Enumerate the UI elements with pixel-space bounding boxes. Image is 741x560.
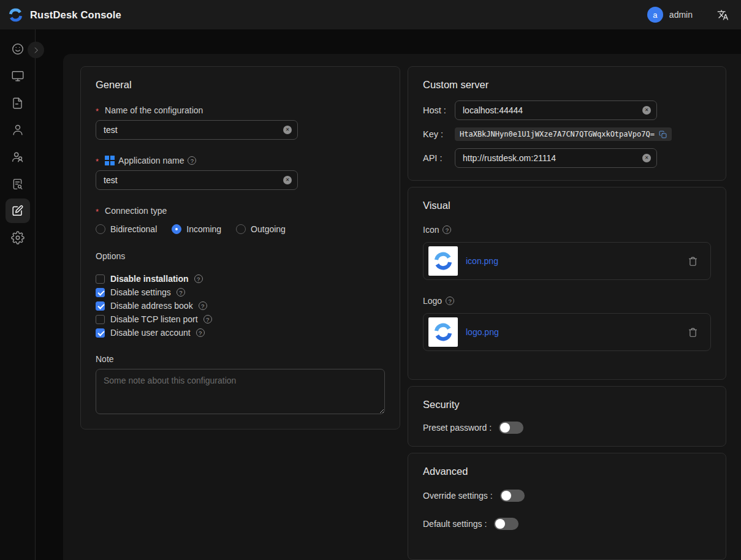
application-name-input[interactable] <box>104 175 279 185</box>
sidebar-collapse-button[interactable] <box>28 42 44 58</box>
checkbox-icon[interactable] <box>96 274 105 284</box>
app-title: RustDesk Console <box>30 9 121 21</box>
help-icon[interactable] <box>203 315 212 324</box>
devices-icon <box>11 69 25 83</box>
checkbox-disable-installation[interactable]: Disable installation <box>96 272 385 286</box>
radio-outgoing[interactable]: Outgoing <box>236 224 286 234</box>
general-card: General Name of the configuration Applic… <box>80 66 400 429</box>
checkbox-disable-user-account[interactable]: Disable user account <box>96 326 385 339</box>
checkbox-disable-settings[interactable]: Disable settings <box>96 286 385 299</box>
main-content: General Name of the configuration Applic… <box>63 54 741 560</box>
preset-password-label: Preset password : <box>423 423 492 433</box>
application-name-field <box>96 170 298 190</box>
host-input[interactable] <box>463 105 638 115</box>
host-field <box>455 100 657 120</box>
key-label: Key : <box>423 129 455 139</box>
checkbox-icon[interactable] <box>96 315 105 324</box>
help-icon[interactable] <box>199 301 207 310</box>
sidebar-item-devices[interactable] <box>6 64 30 88</box>
api-field <box>455 148 657 168</box>
security-title: Security <box>423 399 711 411</box>
checkbox-icon[interactable] <box>96 328 105 338</box>
general-title: General <box>96 79 385 91</box>
radio-icon[interactable] <box>172 224 181 234</box>
sidebar-item-custom-clients[interactable] <box>6 199 30 223</box>
custom-server-title: Custom server <box>423 79 711 91</box>
clear-icon[interactable] <box>642 106 651 115</box>
connection-type-label: Connection type <box>96 206 385 216</box>
override-settings-label: Override settings : <box>423 491 493 501</box>
radio-bidirectional[interactable]: Bidirectional <box>96 224 157 234</box>
user-icon <box>11 123 25 137</box>
api-row: API : <box>423 148 711 168</box>
smiley-icon <box>11 42 25 56</box>
checkbox-disable-address-book[interactable]: Disable address book <box>96 299 385 312</box>
default-settings-label: Default settings : <box>423 519 487 529</box>
visual-card: Visual Icon icon.png <box>408 187 726 380</box>
help-icon[interactable] <box>443 225 451 234</box>
logo-label: Logo <box>423 296 711 306</box>
users-icon <box>11 150 25 164</box>
options-group: Disable installation Disable settings Di… <box>96 272 385 339</box>
checkbox-icon[interactable] <box>96 288 105 297</box>
logo-file-link[interactable]: logo.png <box>466 327 499 337</box>
radio-incoming[interactable]: Incoming <box>172 224 221 234</box>
configuration-name-input[interactable] <box>104 125 279 135</box>
help-icon[interactable] <box>196 328 205 337</box>
key-value-chip: HtaXBkJNHyn0e1U1jWXze7A7CN7QTGWqxkOtpaVp… <box>455 127 672 141</box>
document-icon <box>11 97 24 110</box>
radio-icon[interactable] <box>96 224 105 234</box>
help-icon[interactable] <box>188 156 196 165</box>
preset-password-toggle[interactable] <box>499 422 523 434</box>
default-settings-row: Default settings : <box>423 518 711 530</box>
checkbox-disable-tcp-listen-port[interactable]: Disable TCP listen port <box>96 312 385 326</box>
api-input[interactable] <box>463 153 638 163</box>
override-settings-toggle[interactable] <box>500 490 525 502</box>
help-icon[interactable] <box>446 297 454 305</box>
icon-label: Icon <box>423 225 711 235</box>
configuration-name-field <box>96 120 298 140</box>
note-textarea[interactable] <box>96 369 385 414</box>
sidebar-item-documents[interactable] <box>6 91 30 115</box>
help-icon[interactable] <box>177 288 185 297</box>
name-of-configuration-label: Name of the configuration <box>96 105 385 115</box>
logo-file-row: logo.png <box>423 313 711 351</box>
rustdesk-logo-icon <box>7 7 24 23</box>
shell: General Name of the configuration Applic… <box>0 29 741 560</box>
key-value: HtaXBkJNHyn0e1U1jWXze7A7CN7QTGWqxkOtpaVp… <box>460 130 655 138</box>
edit-custom-client-icon <box>11 204 25 218</box>
trash-icon[interactable] <box>688 327 698 338</box>
topbar: RustDesk Console a admin <box>0 0 741 29</box>
username[interactable]: admin <box>669 10 693 20</box>
connection-type-group: Bidirectional Incoming Outgoing <box>96 224 385 234</box>
visual-title: Visual <box>423 200 711 211</box>
api-label: API : <box>423 153 455 163</box>
chevron-right-icon <box>32 46 40 55</box>
copy-icon[interactable] <box>659 131 667 138</box>
help-icon[interactable] <box>194 274 203 283</box>
advanced-title: Advanced <box>423 466 711 477</box>
sidebar-item-audit[interactable] <box>6 172 30 196</box>
override-settings-row: Override settings : <box>423 490 711 502</box>
trash-icon[interactable] <box>688 256 698 267</box>
checkbox-icon[interactable] <box>96 301 105 311</box>
brand: RustDesk Console <box>7 7 121 23</box>
note-label: Note <box>96 354 385 364</box>
logo-file-thumbnail <box>428 317 458 347</box>
sidebar-item-dashboard[interactable] <box>6 37 30 61</box>
clear-icon[interactable] <box>283 126 292 134</box>
sidebar-item-groups[interactable] <box>6 145 30 169</box>
clear-icon[interactable] <box>283 176 292 184</box>
sidebar <box>0 29 36 560</box>
icon-file-link[interactable]: icon.png <box>466 256 498 266</box>
sidebar-item-users[interactable] <box>6 118 30 142</box>
clear-icon[interactable] <box>642 154 651 162</box>
radio-icon[interactable] <box>236 224 246 234</box>
icon-file-thumbnail <box>428 246 458 276</box>
sidebar-item-settings[interactable] <box>6 225 30 250</box>
default-settings-toggle[interactable] <box>494 518 519 530</box>
host-row: Host : <box>423 100 711 120</box>
custom-server-card: Custom server Host : Key : HtaXBkJNHyn0e… <box>408 66 726 181</box>
translate-icon[interactable] <box>717 9 729 21</box>
avatar[interactable]: a <box>647 7 663 23</box>
